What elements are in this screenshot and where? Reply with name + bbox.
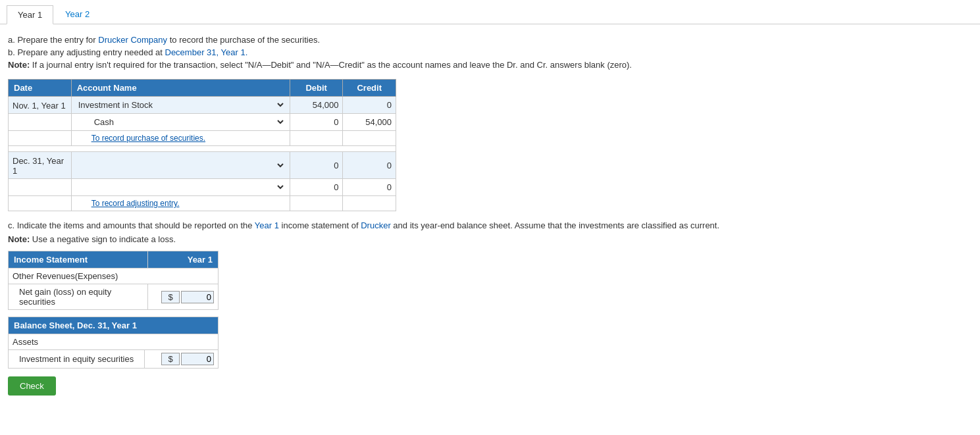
instruction-a-text: a. Prepare the entry for [8, 35, 98, 45]
investment-equity-input[interactable] [181, 353, 214, 365]
net-gain-loss-label: Net gain (loss) on equity securities [9, 284, 148, 310]
sc-note-text: Use a negative sign to indicate a loss. [30, 234, 176, 244]
spacer-row [9, 146, 396, 152]
income-header-left: Income Statement [9, 251, 148, 269]
note-label: Note: [8, 60, 30, 70]
account-select-1[interactable]: Investment in Stock [71, 97, 290, 114]
income-header-right: Year 1 [148, 251, 219, 269]
table-row: Dec. 31, Year 1 0 0 [9, 152, 396, 179]
memo-credit-1 [343, 131, 396, 146]
instruction-line-a: a. Prepare the entry for Drucker Company… [8, 35, 972, 45]
entry-date-1: Nov. 1, Year 1 [9, 97, 72, 114]
income-statement-header: Income Statement Year 1 [9, 251, 219, 269]
instruction-note: Note: If a journal entry isn't required … [8, 60, 972, 70]
income-section-label: Other Revenues(Expenses) [9, 269, 219, 284]
dropdown-account-3[interactable] [76, 160, 286, 171]
dropdown-account-2[interactable]: Cash [91, 116, 286, 128]
check-button[interactable]: Check [8, 376, 56, 396]
instruction-b-text: b. Prepare any adjusting entry needed at [8, 47, 165, 57]
sc-note-label: Note: [8, 234, 30, 244]
memo-text-1: To record purchase of securities. [71, 131, 290, 146]
section-c-note: Note: Use a negative sign to indicate a … [8, 234, 972, 244]
income-detail-row: Net gain (loss) on equity securities $ [9, 284, 219, 310]
assets-label: Assets [9, 334, 219, 350]
balance-header-text: Balance Sheet, Dec. 31, Year 1 [9, 317, 219, 334]
table-row: Cash 0 54,000 [9, 114, 396, 131]
income-statement-table: Income Statement Year 1 Other Revenues(E… [8, 251, 219, 310]
instruction-b-date: December 31, Year 1. [165, 47, 248, 57]
credit-4: 0 [343, 179, 396, 196]
instruction-a-rest: to record the purchase of the securities… [167, 35, 320, 45]
tab-year1[interactable]: Year 1 [7, 5, 53, 24]
dropdown-account-4[interactable] [91, 182, 286, 193]
debit-1: 54,000 [290, 97, 343, 114]
account-select-4[interactable] [71, 179, 290, 196]
debit-3: 0 [290, 152, 343, 179]
dropdown-account-1[interactable]: Investment in Stock [76, 99, 286, 111]
net-gain-loss-value-cell[interactable]: $ [148, 284, 219, 310]
table-row: 0 0 [9, 179, 396, 196]
credit-1: 0 [343, 97, 396, 114]
debit-2: 0 [290, 114, 343, 131]
sc-company: Drucker [361, 220, 391, 230]
assets-label-row: Assets [9, 334, 219, 350]
investment-equity-label: Investment in equity securities [9, 350, 145, 369]
balance-sheet-table: Balance Sheet, Dec. 31, Year 1 Assets In… [8, 317, 219, 369]
sc-text-1: c. Indicate the items and amounts that s… [8, 220, 255, 230]
memo-credit-2 [343, 196, 396, 211]
instructions-block: a. Prepare the entry for Drucker Company… [8, 35, 972, 70]
memo-date-1 [9, 131, 72, 146]
table-row: To record adjusting entry. [9, 196, 396, 211]
investment-equity-value-cell[interactable]: $ [144, 350, 218, 369]
balance-detail-row: Investment in equity securities $ [9, 350, 219, 369]
instruction-line-b: b. Prepare any adjusting entry needed at… [8, 47, 972, 57]
memo-text-2: To record adjusting entry. [71, 196, 290, 211]
instruction-a-company: Drucker Company [98, 35, 167, 45]
section-c-instructions: c. Indicate the items and amounts that s… [8, 220, 972, 244]
balance-sheet-header: Balance Sheet, Dec. 31, Year 1 [9, 317, 219, 334]
journal-header-row: Date Account Name Debit Credit [9, 80, 396, 97]
journal-table: Date Account Name Debit Credit Nov. 1, Y… [8, 79, 396, 211]
table-row: Nov. 1, Year 1 Investment in Stock 54,00… [9, 97, 396, 114]
col-date: Date [9, 80, 72, 97]
credit-2: 54,000 [343, 114, 396, 131]
tabs-container: Year 1 Year 2 [0, 0, 980, 24]
main-content: a. Prepare the entry for Drucker Company… [0, 24, 980, 406]
col-credit: Credit [343, 80, 396, 97]
memo-date-2 [9, 196, 72, 211]
entry-date-4 [9, 179, 72, 196]
entry-date-3: Dec. 31, Year 1 [9, 152, 72, 179]
col-account: Account Name [71, 80, 290, 97]
sc-text-2: income statement of [279, 220, 361, 230]
net-gain-loss-input[interactable] [181, 291, 214, 303]
balance-dollar-sign: $ [161, 353, 180, 365]
debit-4: 0 [290, 179, 343, 196]
section-c-text: c. Indicate the items and amounts that s… [8, 220, 972, 230]
entry-date-2 [9, 114, 72, 131]
income-dollar-sign: $ [161, 291, 180, 303]
credit-3: 0 [343, 152, 396, 179]
note-text: If a journal entry isn't required for th… [30, 60, 632, 70]
memo-debit-2 [290, 196, 343, 211]
sc-year: Year 1 [255, 220, 279, 230]
table-row: To record purchase of securities. [9, 131, 396, 146]
tab-year2[interactable]: Year 2 [55, 5, 100, 24]
account-select-2[interactable]: Cash [71, 114, 290, 131]
other-revenues-label: Other Revenues(Expenses) [9, 269, 219, 284]
sc-text-3: and its year-end balance sheet. Assume t… [391, 220, 719, 230]
col-debit: Debit [290, 80, 343, 97]
memo-debit-1 [290, 131, 343, 146]
account-select-3[interactable] [71, 152, 290, 179]
